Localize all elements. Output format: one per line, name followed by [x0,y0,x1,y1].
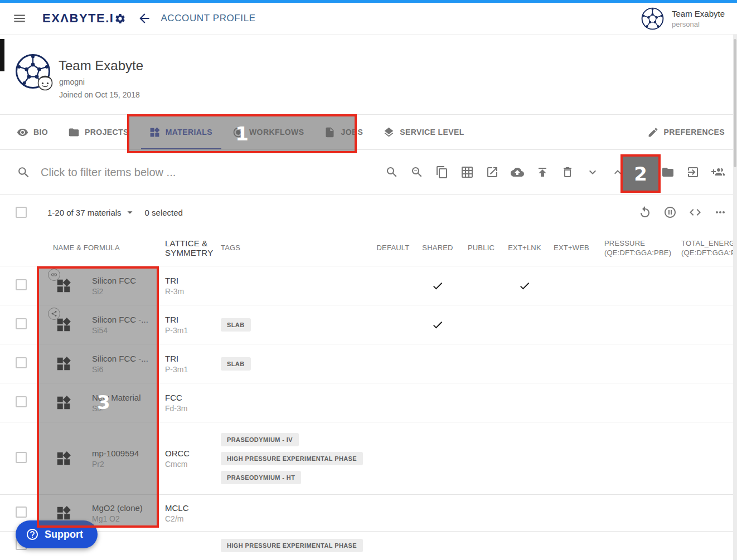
check-icon [431,319,444,331]
row-checkbox[interactable] [16,507,27,518]
annotation-box-3: 3 [37,266,159,528]
delete-icon[interactable] [561,165,574,179]
table-row[interactable]: HIGH PRESSURE EXPERIMENTAL PHASE [0,532,737,560]
exit-to-app-icon[interactable] [686,165,700,179]
table-header: NAME & FORMULA LATTICE & SYMMETRY TAGS D… [0,230,737,266]
public-cell [460,532,502,539]
lattice-type: TRI [165,354,215,363]
row-checkbox[interactable] [16,357,27,368]
tab-projects[interactable]: PROJECTS [68,115,129,149]
profile-avatar [15,53,51,89]
symmetry-group: Cmcm [165,460,215,469]
account-menu[interactable]: Team Exabyte personal [641,7,725,30]
row-checkbox[interactable] [16,452,27,463]
symmetry-group: Fd-3m [165,404,215,413]
lattice-type: ORCC [165,449,215,458]
row-checkbox[interactable] [16,318,27,329]
table-icon[interactable] [460,165,474,179]
col-ext-lnk: EXT+LNK [502,243,547,252]
tab-label: SERVICE LEVEL [400,128,464,137]
col-public: PUBLIC [460,243,502,252]
profile-section: Team Exabyte gmogni Joined on Oct 15, 20… [0,35,737,114]
profile-tabs: BIOPROJECTSMATERIALSWORKFLOWSJOBSSERVICE… [0,114,737,150]
back-arrow-icon[interactable] [137,11,152,26]
lattice-type: TRI [165,276,215,285]
eye-icon [17,126,28,138]
annotation-number-3: 3 [97,391,110,413]
profile-name: Team Exabyte [59,58,143,74]
app-header: EXΛBYTE.I ACCOUNT PROFILE Team Exabyte p… [0,3,737,35]
zoom-out-icon[interactable] [410,165,424,179]
materials-count-dropdown[interactable]: 1-20 of 37 materials [47,206,136,218]
annotation-number-2: 2 [634,163,647,185]
col-pressure: PRESSURE (QE:DFT:GGA:PBE) [596,238,677,257]
tab-preferences[interactable]: PREFERENCES [647,115,725,149]
filter-input[interactable] [41,166,275,179]
row-checkbox[interactable] [16,396,27,407]
check-icon [518,280,531,292]
tags-cell: HIGH PRESSURE EXPERIMENTAL PHASE [215,532,371,552]
upload-icon[interactable] [536,165,549,179]
default-cell [371,532,415,539]
lattice-type: TRI [165,315,215,324]
tab-label: PROJECTS [85,128,129,137]
selection-bar: 1-20 of 37 materials 0 selected [0,195,737,230]
selection-actions [638,206,727,219]
vertical-scrollbar[interactable] [733,35,737,560]
folder-icon[interactable] [661,165,675,179]
profile-username: gmogni [59,77,85,86]
check-icon [431,280,444,292]
scrollbar-thumb[interactable] [734,39,736,167]
lattice-type: FCC [165,393,215,402]
account-avatar[interactable] [641,7,664,30]
materials-toolbar [385,165,725,179]
pressure-cell [596,532,677,539]
profile-joined-date: Joined on Oct 15, 2018 [59,90,140,99]
lattice-cell: TRIR-3m [159,276,215,296]
ext_lnk-cell [502,532,547,539]
menu-icon[interactable] [12,11,27,26]
col-total-energy: TOTAL_ENERGY (QE:DFT:GGA:PE [677,238,737,257]
row-checkbox[interactable] [16,279,27,290]
tag-chip: HIGH PRESSURE EXPERIMENTAL PHASE [221,539,363,552]
annotation-number-1: 1 [235,123,249,145]
pause-icon[interactable] [663,206,677,219]
symmetry-group: R-3m [165,287,215,296]
tab-service-level[interactable]: SERVICE LEVEL [383,115,464,149]
col-name-formula: NAME & FORMULA [37,243,159,252]
tag-chip: SLAB [221,357,251,371]
code-icon[interactable] [688,206,702,219]
search-icon[interactable] [385,165,399,179]
tag-chip: PRASEODYMIUM - HT [221,471,301,484]
group-add-icon[interactable] [711,165,725,179]
cloud-upload-icon[interactable] [511,165,524,179]
select-all-checkbox[interactable] [16,207,27,218]
lattice-cell: ORCCCmcm [159,449,215,469]
logo-gear-icon [114,13,126,25]
tab-bio[interactable]: BIO [17,115,48,149]
selected-count: 0 selected [145,208,183,217]
materials-range-label: 1-20 of 37 materials [47,208,122,217]
tag-chip: SLAB [221,318,251,332]
refresh-icon[interactable] [638,206,652,219]
lattice-cell: MCLCC2/m [159,503,215,523]
caret-down-icon [124,206,136,218]
symmetry-group: C2/m [165,514,215,523]
screenshot-edge-artifact [0,39,4,71]
logo-text: EXΛBYTE.I [42,11,114,26]
lattice-cell [159,532,215,539]
col-tags: TAGS [215,243,371,252]
tags-cell: SLAB [215,357,371,371]
ext_web-cell [547,532,596,539]
copy-icon[interactable] [435,165,449,179]
more-icon[interactable] [714,206,727,219]
tag-chip: PRASEODYMIUM - IV [221,433,299,446]
app-logo[interactable]: EXΛBYTE.I [42,11,126,26]
shared-cell [415,319,460,331]
chevron-down-icon[interactable] [586,165,599,179]
col-ext-web: EXT+WEB [547,243,596,252]
symmetry-group: P-3m1 [165,326,215,335]
tab-label: PREFERENCES [664,128,725,137]
ext_lnk-cell [502,280,547,292]
open-in-new-icon[interactable] [486,165,499,179]
